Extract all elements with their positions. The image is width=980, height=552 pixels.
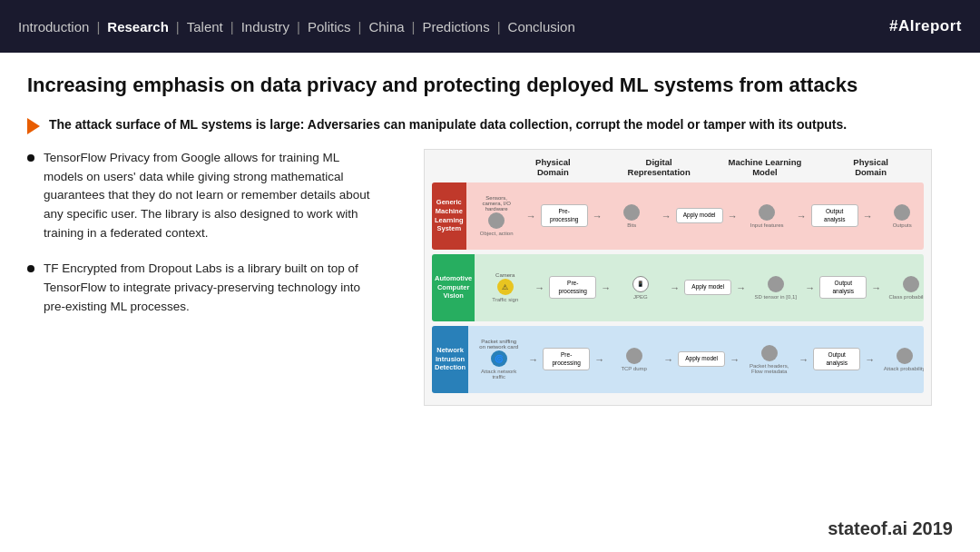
orange-arrow-icon bbox=[27, 118, 40, 134]
pipe-step: Input features bbox=[742, 204, 792, 228]
highlight-text: The attack surface of ML systems is larg… bbox=[49, 115, 847, 134]
pipe-circle-icon bbox=[488, 212, 505, 229]
arrow-icon: → bbox=[534, 282, 544, 293]
col-label-1: PhysicalDomain bbox=[503, 157, 603, 177]
pipe-step: SD tensor in [0,1] bbox=[750, 276, 800, 300]
nav-item-conclusion[interactable]: Conclusion bbox=[508, 19, 575, 34]
pipe-circle-icon bbox=[623, 204, 640, 221]
pipe-step: Outputs bbox=[877, 204, 924, 228]
pipe-circle-icon: 📱 bbox=[632, 276, 649, 292]
nav-item-introduction[interactable]: Introduction bbox=[18, 19, 89, 34]
row-label-generic: Generic MachineLearning System bbox=[432, 182, 466, 250]
pipe-step: Camera ⚠ Traffic sign bbox=[480, 272, 530, 302]
arrow-icon: → bbox=[662, 211, 671, 222]
pipe-circle-icon: ⚠ bbox=[497, 279, 514, 295]
section-highlight: The attack surface of ML systems is larg… bbox=[27, 115, 953, 134]
pipe-step: Attack probability bbox=[879, 348, 924, 371]
nav-links: Introduction | Research | Talent | Indus… bbox=[18, 19, 575, 34]
pipe-circle-icon bbox=[626, 348, 642, 364]
bullet-dot-icon bbox=[27, 154, 34, 162]
main-content: Increasing emphasis on data privacy and … bbox=[0, 53, 980, 422]
arrow-icon: → bbox=[799, 354, 808, 365]
list-item: TensorFlow Privacy from Google allows fo… bbox=[27, 149, 381, 244]
col-label-4: PhysicalDomain bbox=[821, 157, 921, 177]
arrow-icon: → bbox=[526, 211, 536, 222]
arrow-icon: → bbox=[670, 282, 680, 293]
proc-box: Output analysis bbox=[819, 276, 867, 299]
navbar: Introduction | Research | Talent | Indus… bbox=[0, 0, 980, 53]
pipe-circle-icon bbox=[897, 348, 913, 364]
proc-box: Pre-processing bbox=[543, 348, 590, 370]
left-column: TensorFlow Privacy from Google allows fo… bbox=[27, 149, 381, 406]
bullet-text-1: TensorFlow Privacy from Google allows fo… bbox=[44, 149, 381, 244]
proc-box: Apply model bbox=[684, 280, 731, 294]
bullet-dot-icon bbox=[27, 265, 34, 272]
arrow-icon: → bbox=[797, 211, 807, 222]
row-label-network: Network IntrusionDetection bbox=[432, 326, 468, 393]
footer-text: stateof.ai 2019 bbox=[828, 518, 953, 539]
pipe-step: Packet sniffingon network card 🌀 Attack … bbox=[474, 339, 524, 380]
arrow-icon: → bbox=[601, 282, 611, 293]
row-content-network: Packet sniffingon network card 🌀 Attack … bbox=[468, 326, 924, 393]
proc-box: Output analysis bbox=[811, 204, 858, 227]
proc-box: Apply model bbox=[676, 208, 723, 222]
pipe-circle-icon bbox=[761, 345, 778, 361]
nav-hashtag: #AIreport bbox=[889, 17, 962, 35]
diagram-row-generic-ml: Generic MachineLearning System Sensors,c… bbox=[432, 182, 924, 250]
row-label-automotive: AutomotiveComputer Vision bbox=[432, 254, 475, 321]
pipe-circle-icon bbox=[759, 204, 775, 221]
nav-item-talent[interactable]: Talent bbox=[187, 19, 223, 34]
pipe-step: Packet headers,Flow metadata bbox=[744, 345, 794, 374]
arrow-icon: → bbox=[728, 211, 738, 222]
arrow-icon: → bbox=[730, 354, 740, 365]
row-content-generic: Sensors,camera, I/Ohardware Object, acti… bbox=[466, 182, 924, 250]
proc-box: Pre-processing bbox=[549, 276, 596, 299]
page-title: Increasing emphasis on data privacy and … bbox=[27, 73, 953, 99]
nav-item-china[interactable]: China bbox=[368, 19, 404, 34]
ml-diagram: PhysicalDomain DigitalRepresentation Mac… bbox=[424, 149, 932, 406]
arrow-icon: → bbox=[805, 282, 815, 293]
pipe-circle-icon bbox=[894, 204, 910, 221]
nav-item-industry[interactable]: Industry bbox=[241, 19, 289, 34]
nav-item-predictions[interactable]: Predictions bbox=[422, 19, 489, 34]
pipe-step: Class probabilities bbox=[886, 276, 924, 300]
pipe-circle-icon bbox=[903, 276, 919, 292]
col-label-3: Machine LearningModel bbox=[715, 157, 815, 177]
arrow-icon: → bbox=[593, 211, 603, 222]
two-column-layout: TensorFlow Privacy from Google allows fo… bbox=[27, 149, 953, 406]
col-label-2: DigitalRepresentation bbox=[609, 157, 709, 177]
diagram-row-network: Network IntrusionDetection Packet sniffi… bbox=[432, 326, 924, 393]
proc-box: Apply model bbox=[678, 351, 725, 366]
list-item: TF Encrypted from Dropout Labs is a libr… bbox=[27, 260, 381, 317]
diagram-col-labels: PhysicalDomain DigitalRepresentation Mac… bbox=[500, 157, 924, 177]
proc-box: Pre-processing bbox=[541, 204, 588, 227]
diagram-row-automotive: AutomotiveComputer Vision Camera ⚠ Traff… bbox=[432, 254, 924, 321]
pipe-step: Sensors,camera, I/Ohardware Object, acti… bbox=[472, 195, 522, 236]
arrow-icon: → bbox=[863, 211, 873, 222]
pipe-step: 📱 JPEG bbox=[615, 276, 665, 300]
arrow-icon: → bbox=[528, 354, 538, 365]
bullet-text-2: TF Encrypted from Dropout Labs is a libr… bbox=[44, 260, 381, 317]
nav-item-politics[interactable]: Politics bbox=[308, 19, 351, 34]
bullet-list: TensorFlow Privacy from Google allows fo… bbox=[27, 149, 381, 317]
pipe-step: Bits bbox=[607, 204, 657, 228]
arrow-icon: → bbox=[871, 282, 881, 293]
row-content-automotive: Camera ⚠ Traffic sign → Pre-processing →… bbox=[475, 254, 924, 321]
proc-box: Output analysis bbox=[813, 348, 860, 370]
arrow-icon: → bbox=[736, 282, 746, 293]
arrow-icon: → bbox=[594, 354, 604, 365]
arrow-icon: → bbox=[865, 354, 875, 365]
diagram-header: PhysicalDomain DigitalRepresentation Mac… bbox=[432, 157, 924, 177]
right-column: PhysicalDomain DigitalRepresentation Mac… bbox=[403, 149, 953, 406]
pipe-step: TCP dump bbox=[609, 348, 659, 371]
pipe-circle-icon bbox=[768, 276, 784, 292]
pipe-circle-icon: 🌀 bbox=[491, 350, 507, 367]
arrow-icon: → bbox=[663, 354, 673, 365]
nav-item-research[interactable]: Research bbox=[107, 19, 169, 34]
